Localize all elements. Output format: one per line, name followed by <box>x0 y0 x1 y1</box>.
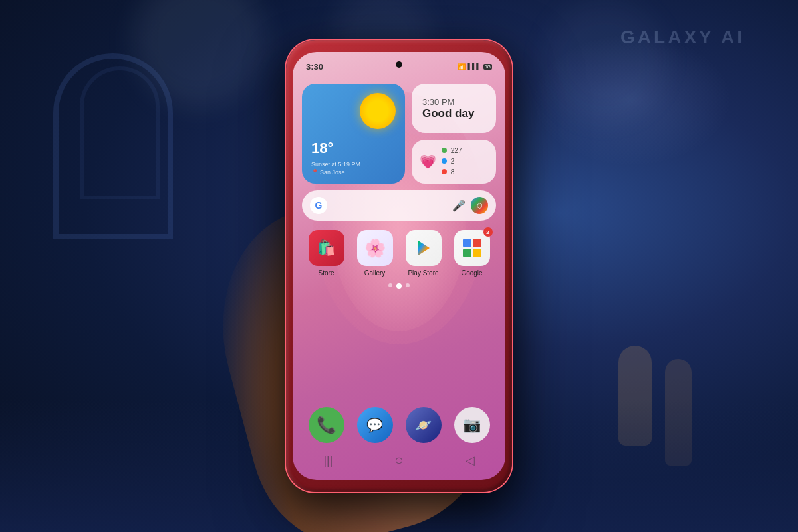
store-app-icon: 🛍️ <box>309 230 344 266</box>
notif-dot-blue <box>442 158 447 164</box>
dock-camera-app[interactable]: 📷 <box>454 407 490 443</box>
bg-arch-left2 <box>80 66 160 200</box>
google-search-bar[interactable]: G 🎤 ⬡ <box>302 190 496 221</box>
bg-light-right <box>532 33 732 166</box>
camera-hole <box>396 61 402 68</box>
scene: GALAXY AI 3:30 📶 <box>0 0 798 532</box>
playstore-app-icon <box>406 230 442 266</box>
google-grid-yellow <box>473 249 481 257</box>
5g-badge: 5G <box>483 64 492 70</box>
page-dot-1 <box>388 283 392 287</box>
weather-sun-icon <box>360 93 396 129</box>
signal-icon: ▌▌▌ <box>468 63 481 70</box>
right-widgets-column: 3:30 PM Good day 💗 227 <box>412 84 496 184</box>
flower-icon: 🌸 <box>364 238 386 259</box>
clock-greeting: Good day <box>422 107 485 120</box>
playstore-logo <box>415 239 432 257</box>
microphone-icon[interactable]: 🎤 <box>452 200 466 212</box>
notification-widget[interactable]: 💗 227 2 <box>412 140 496 184</box>
notif-counts: 227 2 8 <box>442 146 462 178</box>
notif-count-green: 227 <box>442 146 462 156</box>
google-grid-green <box>463 249 471 257</box>
notif-count-blue: 2 <box>442 156 462 167</box>
google-badge: 2 <box>483 227 493 237</box>
nav-bar: ||| ○ ◁ <box>293 447 505 473</box>
nav-back-icon[interactable]: ◁ <box>466 453 475 467</box>
playstore-app-label: Play Store <box>408 269 438 277</box>
weather-widget[interactable]: 18° Sunset at 5:19 PM 📍 San Jose <box>302 84 405 184</box>
google-grid-red <box>473 239 481 247</box>
widgets-row-top: 18° Sunset at 5:19 PM 📍 San Jose <box>302 84 496 184</box>
nav-recent-icon[interactable]: ||| <box>323 454 332 467</box>
app-item-google[interactable]: 2 Google <box>454 230 490 277</box>
widgets-area: 18° Sunset at 5:19 PM 📍 San Jose <box>302 84 496 295</box>
wifi-icon: 📶 <box>458 63 466 70</box>
weather-info: Sunset at 5:19 PM 📍 San Jose <box>311 160 360 177</box>
google-grid-blue <box>463 239 471 247</box>
page-dot-3 <box>406 283 410 287</box>
clock-widget[interactable]: 3:30 PM Good day <box>412 84 496 133</box>
notif-count-red: 8 <box>442 167 462 178</box>
store-app-label: Store <box>319 269 334 277</box>
google-app-icon: 2 <box>454 230 490 266</box>
app-item-gallery[interactable]: 🌸 Gallery <box>357 230 393 277</box>
weather-location: 📍 San Jose <box>311 168 360 177</box>
app-item-store[interactable]: 🛍️ Store <box>309 230 344 277</box>
google-grid-icon <box>463 239 481 257</box>
status-time: 3:30 <box>306 62 323 72</box>
location-pin-icon: 📍 <box>311 168 319 177</box>
nav-home-icon[interactable]: ○ <box>394 452 403 469</box>
weather-temperature: 18° <box>311 140 333 157</box>
gallery-app-icon: 🌸 <box>357 230 393 266</box>
phone-wrapper: 3:30 📶 ▌▌▌ 5G 18° <box>286 40 512 492</box>
page-indicators <box>302 283 496 289</box>
gallery-app-label: Gallery <box>364 269 386 277</box>
notif-dot-red <box>442 169 447 174</box>
svg-marker-0 <box>418 241 430 255</box>
hand-phone-container: 3:30 📶 ▌▌▌ 5G 18° <box>286 40 512 492</box>
notif-dot-green <box>442 148 447 153</box>
app-icons-row: 🛍️ Store 🌸 Gallery <box>302 230 496 277</box>
phone-screen: 3:30 📶 ▌▌▌ 5G 18° <box>293 52 505 480</box>
dock-phone-app[interactable]: 📞 <box>309 407 344 443</box>
clock-time: 3:30 PM <box>422 97 485 107</box>
weather-sunset: Sunset at 5:19 PM <box>311 160 360 169</box>
notif-heart-icon: 💗 <box>420 154 436 170</box>
google-app-label: Google <box>461 269 482 277</box>
dock: 📞 💬 🪐 📷 <box>302 407 496 443</box>
google-g-logo: G <box>310 197 327 214</box>
google-lens-icon[interactable]: ⬡ <box>471 197 488 214</box>
dock-messages-app[interactable]: 💬 <box>357 407 393 443</box>
page-dot-2 <box>396 283 402 289</box>
dock-browser-app[interactable]: 🪐 <box>406 407 442 443</box>
status-icons: 📶 ▌▌▌ 5G <box>458 63 492 70</box>
app-item-playstore[interactable]: Play Store <box>406 230 442 277</box>
